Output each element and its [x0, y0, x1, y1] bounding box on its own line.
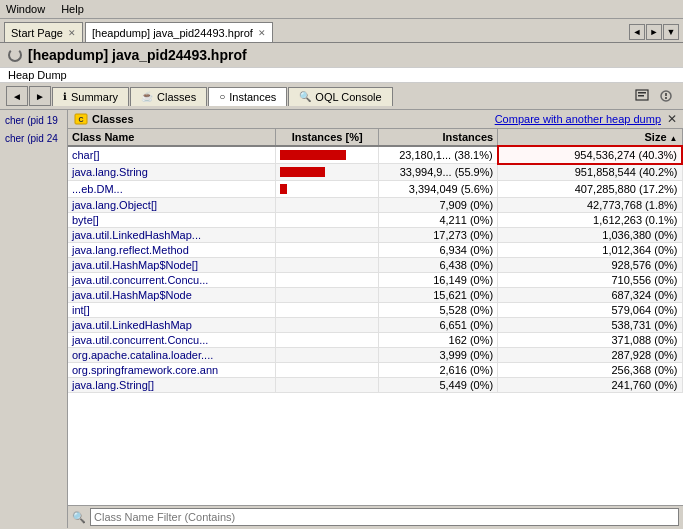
td-instances: 7,909 (0%) — [379, 198, 498, 213]
table-row: char[]23,180,1... (38.1%)954,536,274 (40… — [68, 146, 682, 164]
table-row: java.lang.Object[]7,909 (0%)42,773,768 (… — [68, 198, 682, 213]
left-panel-item-1[interactable]: cher (pid 24 — [2, 130, 65, 147]
td-classname[interactable]: java.lang.reflect.Method — [68, 243, 275, 258]
td-size: 951,858,544 (40.2%) — [498, 164, 682, 181]
td-size: 256,368 (0%) — [498, 363, 682, 378]
tab-close-heapdump[interactable]: ✕ — [258, 28, 266, 38]
classes-header-actions: Compare with another heap dump ✕ — [495, 112, 677, 126]
classes-panel-close[interactable]: ✕ — [667, 112, 677, 126]
td-classname[interactable]: ...eb.DM... — [68, 181, 275, 198]
td-size: 710,556 (0%) — [498, 273, 682, 288]
td-size: 42,773,768 (1.8%) — [498, 198, 682, 213]
heap-dump-subtitle: Heap Dump — [0, 68, 683, 83]
td-bar — [275, 378, 379, 393]
tab-summary[interactable]: ℹ Summary — [52, 87, 129, 106]
th-instances[interactable]: Instances — [379, 129, 498, 146]
td-size: 1,612,263 (0.1%) — [498, 213, 682, 228]
th-size[interactable]: Size ▲ — [498, 129, 682, 146]
forward-button[interactable]: ► — [29, 86, 51, 106]
td-classname[interactable]: java.util.LinkedHashMap... — [68, 228, 275, 243]
td-bar — [275, 288, 379, 303]
summary-icon: ℹ — [63, 91, 67, 102]
td-classname[interactable]: int[] — [68, 303, 275, 318]
table-row: org.apache.catalina.loader....3,999 (0%)… — [68, 348, 682, 363]
td-classname[interactable]: java.lang.String — [68, 164, 275, 181]
td-size: 407,285,880 (17.2%) — [498, 181, 682, 198]
td-classname[interactable]: org.apache.catalina.loader.... — [68, 348, 275, 363]
td-classname[interactable]: java.util.HashMap$Node — [68, 288, 275, 303]
td-bar — [275, 213, 379, 228]
classes-header-bar: C Classes Compare with another heap dump… — [68, 110, 683, 129]
classes-title: C Classes — [74, 112, 134, 126]
td-classname[interactable]: java.lang.String[] — [68, 378, 275, 393]
tab-classes[interactable]: ☕ Classes — [130, 87, 207, 106]
td-instances: 23,180,1... (38.1%) — [379, 146, 498, 164]
instances-icon: ○ — [219, 91, 225, 102]
td-bar — [275, 303, 379, 318]
tab-oql[interactable]: 🔍 OQL Console — [288, 87, 392, 106]
th-classname[interactable]: Class Name — [68, 129, 275, 146]
menu-help[interactable]: Help — [59, 2, 86, 16]
classes-table-container[interactable]: Class Name Instances [%] Instances Size — [68, 129, 683, 505]
toolbar-actions — [631, 85, 677, 107]
td-size: 687,324 (0%) — [498, 288, 682, 303]
td-instances: 15,621 (0%) — [379, 288, 498, 303]
td-bar — [275, 164, 379, 181]
compare-link[interactable]: Compare with another heap dump — [495, 113, 661, 125]
classes-tbody: char[]23,180,1... (38.1%)954,536,274 (40… — [68, 146, 682, 393]
tab-instances[interactable]: ○ Instances — [208, 87, 287, 106]
tab-heapdump[interactable]: [heapdump] java_pid24493.hprof ✕ — [85, 22, 273, 42]
window-title-bar: [heapdump] java_pid24493.hprof — [0, 43, 683, 68]
td-classname[interactable]: char[] — [68, 146, 275, 164]
td-size: 371,088 (0%) — [498, 333, 682, 348]
svg-rect-2 — [638, 95, 644, 97]
table-row: byte[]4,211 (0%)1,612,263 (0.1%) — [68, 213, 682, 228]
td-size: 954,536,274 (40.3%) — [498, 146, 682, 164]
refresh-icon[interactable] — [8, 48, 22, 62]
filter-bar: 🔍 — [68, 505, 683, 528]
td-size: 241,760 (0%) — [498, 378, 682, 393]
td-size: 538,731 (0%) — [498, 318, 682, 333]
tab-nav-right[interactable]: ► — [646, 24, 662, 40]
filter-input[interactable] — [90, 508, 679, 526]
classes-table: Class Name Instances [%] Instances Size — [68, 129, 683, 393]
svg-point-5 — [665, 97, 667, 99]
td-instances: 3,394,049 (5.6%) — [379, 181, 498, 198]
sort-arrow-size: ▲ — [670, 134, 678, 143]
td-classname[interactable]: org.springframework.core.ann — [68, 363, 275, 378]
table-header: Class Name Instances [%] Instances Size — [68, 129, 682, 146]
classes-icon: ☕ — [141, 91, 153, 102]
tab-close-start[interactable]: ✕ — [68, 28, 76, 38]
menu-bar: Window Help — [0, 0, 683, 19]
toolbar-btn-1[interactable] — [631, 85, 653, 107]
td-classname[interactable]: java.util.HashMap$Node[] — [68, 258, 275, 273]
table-row: java.lang.reflect.Method6,934 (0%)1,012,… — [68, 243, 682, 258]
classes-panel-icon: C — [74, 112, 88, 126]
tab-bar: Start Page ✕ [heapdump] java_pid24493.hp… — [0, 19, 683, 43]
table-row: java.util.HashMap$Node15,621 (0%)687,324… — [68, 288, 682, 303]
td-instances: 6,934 (0%) — [379, 243, 498, 258]
table-row: java.util.LinkedHashMap...17,273 (0%)1,0… — [68, 228, 682, 243]
tab-start-page[interactable]: Start Page ✕ — [4, 22, 83, 42]
menu-window[interactable]: Window — [4, 2, 47, 16]
window-title-text: [heapdump] java_pid24493.hprof — [28, 47, 247, 63]
td-classname[interactable]: java.util.LinkedHashMap — [68, 318, 275, 333]
toolbar-btn-2[interactable] — [655, 85, 677, 107]
left-panel-item-0[interactable]: cher (pid 19 — [2, 112, 65, 129]
tab-nav-left[interactable]: ◄ — [629, 24, 645, 40]
td-classname[interactable]: byte[] — [68, 213, 275, 228]
td-classname[interactable]: java.util.concurrent.Concu... — [68, 273, 275, 288]
tab-nav-menu[interactable]: ▼ — [663, 24, 679, 40]
tab-instances-label: Instances — [229, 91, 276, 103]
td-size: 1,012,364 (0%) — [498, 243, 682, 258]
td-instances: 6,651 (0%) — [379, 318, 498, 333]
td-bar — [275, 348, 379, 363]
content-tabs: ◄ ► ℹ Summary ☕ Classes ○ Instances 🔍 OQ… — [0, 83, 683, 110]
td-instances: 16,149 (0%) — [379, 273, 498, 288]
td-size: 1,036,380 (0%) — [498, 228, 682, 243]
tab-classes-label: Classes — [157, 91, 196, 103]
td-classname[interactable]: java.lang.Object[] — [68, 198, 275, 213]
th-instances-pct[interactable]: Instances [%] — [275, 129, 379, 146]
td-classname[interactable]: java.util.concurrent.Concu... — [68, 333, 275, 348]
back-button[interactable]: ◄ — [6, 86, 28, 106]
